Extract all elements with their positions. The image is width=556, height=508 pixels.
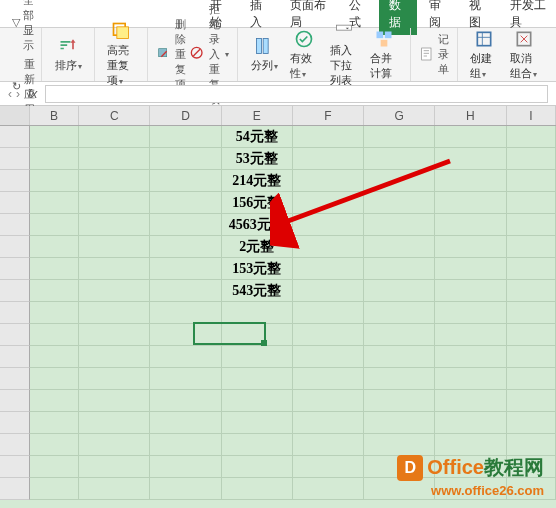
chevron-right-icon[interactable]: › bbox=[16, 87, 20, 101]
watermark-url: www.office26.com bbox=[397, 483, 544, 498]
grid[interactable]: 54元整 53元整 214元整 156元整 4563元整 2元整 153元整 5… bbox=[0, 126, 556, 500]
watermark-icon: D bbox=[397, 455, 423, 481]
col-header-C[interactable]: C bbox=[79, 106, 150, 125]
col-header-G[interactable]: G bbox=[364, 106, 435, 125]
reject-icon bbox=[190, 46, 206, 64]
cell-E5[interactable]: 4563元整 bbox=[222, 214, 293, 236]
col-header-B[interactable]: B bbox=[30, 106, 79, 125]
cell-E8[interactable]: 543元整 bbox=[222, 280, 293, 302]
svg-rect-4 bbox=[257, 39, 262, 54]
column-headers: B C D E F G H I bbox=[0, 106, 556, 126]
show-all-button[interactable]: ▽全部显示 bbox=[10, 0, 37, 54]
validation-button[interactable]: 有效性▾ bbox=[284, 27, 324, 83]
consolidate-icon bbox=[374, 29, 394, 49]
col-header-E[interactable]: E bbox=[222, 106, 293, 125]
svg-rect-11 bbox=[422, 48, 431, 60]
ribbon-tabs: 开始 插入 页面布局 公式 数据 审阅 视图 开发工具 bbox=[0, 0, 556, 28]
highlight-dup-button[interactable]: 高亮重复项▾ bbox=[101, 19, 141, 90]
ungroup-icon bbox=[514, 29, 534, 49]
formula-input[interactable] bbox=[45, 85, 548, 103]
svg-rect-10 bbox=[381, 39, 388, 46]
create-group-button[interactable]: 创建组▾ bbox=[464, 27, 504, 83]
cell-E4[interactable]: 156元整 bbox=[222, 192, 293, 214]
ribbon-toolbar: ▽全部显示 ↻重新应用 排序▾ 高亮重复项▾ 删除重复项 拒绝录入重复项▾ 分列… bbox=[0, 28, 556, 82]
col-header-D[interactable]: D bbox=[150, 106, 221, 125]
cell-E2[interactable]: 53元整 bbox=[222, 148, 293, 170]
columns-icon bbox=[254, 36, 274, 56]
cell-E1[interactable]: 54元整 bbox=[222, 126, 293, 148]
dropdown-icon bbox=[334, 21, 354, 41]
col-header-H[interactable]: H bbox=[435, 106, 506, 125]
col-header-F[interactable]: F bbox=[293, 106, 364, 125]
sort-button[interactable]: 排序▾ bbox=[48, 34, 88, 75]
highlight-icon bbox=[111, 21, 131, 41]
cell-E3[interactable]: 214元整 bbox=[222, 170, 293, 192]
cell-E6[interactable]: 2元整 bbox=[222, 236, 293, 258]
validation-icon bbox=[294, 29, 314, 49]
select-all-corner[interactable] bbox=[0, 106, 30, 125]
svg-rect-8 bbox=[377, 31, 384, 38]
cell-E7[interactable]: 153元整 bbox=[222, 258, 293, 280]
record-icon bbox=[419, 46, 435, 64]
chevron-left-icon[interactable]: ‹ bbox=[8, 87, 12, 101]
group-icon bbox=[474, 29, 494, 49]
svg-rect-5 bbox=[263, 39, 268, 54]
record-button[interactable]: 记录单 bbox=[417, 31, 451, 78]
text-to-columns-button[interactable]: 分列▾ bbox=[244, 34, 284, 75]
svg-rect-7 bbox=[337, 25, 352, 30]
delete-dup-icon bbox=[156, 46, 172, 64]
funnel-icon: ▽ bbox=[12, 16, 20, 29]
cell-E9-selected[interactable] bbox=[222, 302, 293, 324]
insert-dropdown-button[interactable]: 插入下拉列表 bbox=[324, 19, 364, 90]
consolidate-button[interactable]: 合并计算 bbox=[364, 27, 404, 83]
col-header-I[interactable]: I bbox=[507, 106, 556, 125]
delete-dup-button[interactable]: 删除重复项 bbox=[154, 16, 188, 93]
sort-icon bbox=[58, 36, 78, 56]
spreadsheet-area: B C D E F G H I 54元整 53元整 214元整 156元整 45… bbox=[0, 106, 556, 508]
svg-rect-9 bbox=[385, 31, 392, 38]
fx-label[interactable]: fx bbox=[28, 87, 37, 101]
watermark: D Office教程网 www.office26.com bbox=[397, 454, 544, 498]
ungroup-button[interactable]: 取消组合▾ bbox=[504, 27, 544, 83]
svg-rect-1 bbox=[117, 27, 129, 39]
svg-rect-12 bbox=[477, 32, 490, 45]
formula-bar: ‹ › fx bbox=[0, 82, 556, 106]
